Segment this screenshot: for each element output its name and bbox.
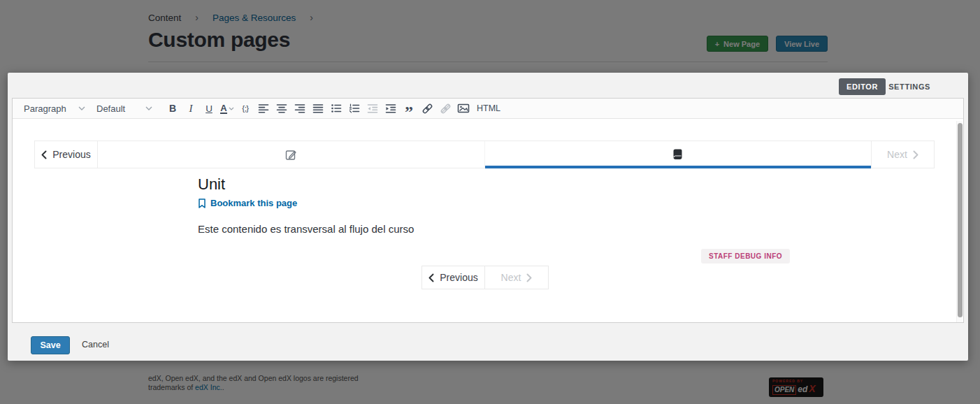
- align-justify-icon: [312, 103, 324, 114]
- italic-button[interactable]: I: [182, 100, 200, 117]
- style-dropdown[interactable]: Default: [91, 99, 158, 118]
- editor-scrollbar-thumb[interactable]: [958, 123, 963, 317]
- sequence-navigation: Previous Next: [34, 140, 935, 168]
- chevron-left-icon: [428, 273, 434, 282]
- xblock-editor-modal: EDITOR SETTINGS Paragraph Default B I U: [8, 73, 968, 361]
- chevron-down-icon: [229, 107, 234, 110]
- align-right-button[interactable]: [291, 100, 309, 117]
- cancel-button[interactable]: Cancel: [82, 340, 109, 349]
- sequence-next-label: Next: [887, 149, 907, 160]
- underline-icon: U: [206, 103, 212, 114]
- align-right-icon: [294, 103, 305, 114]
- bookmark-link[interactable]: Bookmark this page: [198, 198, 297, 208]
- editor-toolbar: Paragraph Default B I U A {;}: [13, 99, 963, 119]
- bookmark-label: Bookmark this page: [210, 198, 297, 208]
- tab-settings[interactable]: SETTINGS: [886, 78, 933, 95]
- unit-bottom-navigation: Previous Next: [421, 266, 549, 289]
- bullet-list-button[interactable]: [327, 100, 345, 117]
- html-source-label: HTML: [477, 103, 500, 113]
- paragraph-format-dropdown[interactable]: Paragraph: [18, 99, 91, 118]
- sequence-previous-label: Previous: [52, 149, 90, 160]
- chevron-right-icon: [526, 273, 532, 282]
- blockquote-button[interactable]: ”: [400, 100, 418, 117]
- bullet-list-icon: [331, 103, 342, 114]
- tab-settings-label: SETTINGS: [888, 82, 930, 91]
- editor-scrollbar[interactable]: [956, 121, 963, 322]
- numbered-list-icon: [349, 103, 360, 114]
- bold-button[interactable]: B: [164, 100, 182, 117]
- bold-icon: B: [169, 103, 176, 114]
- html-source-button[interactable]: HTML: [473, 103, 505, 113]
- indent-button[interactable]: [382, 100, 400, 117]
- chevron-down-icon: [145, 106, 152, 110]
- rich-text-editor: Paragraph Default B I U A {;}: [12, 98, 964, 323]
- align-justify-button[interactable]: [309, 100, 327, 117]
- screen: Content › Pages & Resources › Custom pag…: [0, 0, 980, 404]
- sequence-tab-unit[interactable]: [98, 141, 484, 168]
- edit-icon: [285, 149, 297, 161]
- unit-next-label: Next: [501, 272, 521, 283]
- unit-body-text: Este contenido es transversal al flujo d…: [198, 223, 414, 235]
- outdent-icon: [367, 103, 378, 114]
- staff-debug-info-button[interactable]: STAFF DEBUG INFO: [701, 249, 790, 264]
- unit-previous-label: Previous: [440, 272, 477, 283]
- text-color-icon: A: [220, 103, 226, 114]
- staff-debug-info-label: STAFF DEBUG INFO: [709, 252, 782, 260]
- active-tab-underline: [485, 166, 872, 168]
- outdent-button[interactable]: [363, 100, 382, 117]
- book-icon: [673, 149, 682, 160]
- cancel-label: Cancel: [82, 340, 109, 349]
- style-label: Default: [96, 103, 125, 114]
- sequence-tab-content[interactable]: [484, 141, 872, 168]
- sequence-next-button[interactable]: Next: [871, 141, 934, 168]
- indent-icon: [385, 103, 396, 114]
- code-icon: {;}: [242, 104, 248, 113]
- text-color-button[interactable]: A: [218, 100, 236, 117]
- chevron-right-icon: [913, 150, 918, 159]
- chevron-down-icon: [78, 106, 85, 110]
- align-center-button[interactable]: [273, 100, 291, 117]
- paragraph-format-label: Paragraph: [24, 103, 66, 114]
- remove-link-button[interactable]: [436, 100, 454, 117]
- unit-title: Unit: [198, 175, 225, 194]
- insert-link-button[interactable]: [418, 100, 436, 117]
- italic-icon: I: [189, 103, 193, 115]
- link-icon: [421, 103, 433, 115]
- insert-image-button[interactable]: [454, 100, 473, 117]
- save-button[interactable]: Save: [31, 336, 70, 354]
- tab-editor-label: EDITOR: [846, 82, 878, 91]
- align-left-button[interactable]: [254, 100, 273, 117]
- align-center-icon: [276, 103, 287, 114]
- sequence-previous-button[interactable]: Previous: [35, 141, 98, 168]
- save-label: Save: [40, 340, 60, 350]
- numbered-list-button[interactable]: [345, 100, 363, 117]
- unit-previous-button[interactable]: Previous: [422, 266, 485, 289]
- tab-editor[interactable]: EDITOR: [839, 78, 886, 95]
- chevron-left-icon: [41, 150, 47, 159]
- align-left-icon: [258, 103, 269, 114]
- image-icon: [457, 103, 470, 114]
- unit-next-button[interactable]: Next: [485, 266, 548, 289]
- bookmark-icon: [198, 199, 206, 208]
- editor-content-area[interactable]: Previous Next Unit: [13, 120, 963, 322]
- code-button[interactable]: {;}: [236, 100, 254, 117]
- unlink-icon: [440, 103, 452, 115]
- underline-button[interactable]: U: [200, 100, 218, 117]
- blockquote-icon: ”: [405, 101, 413, 115]
